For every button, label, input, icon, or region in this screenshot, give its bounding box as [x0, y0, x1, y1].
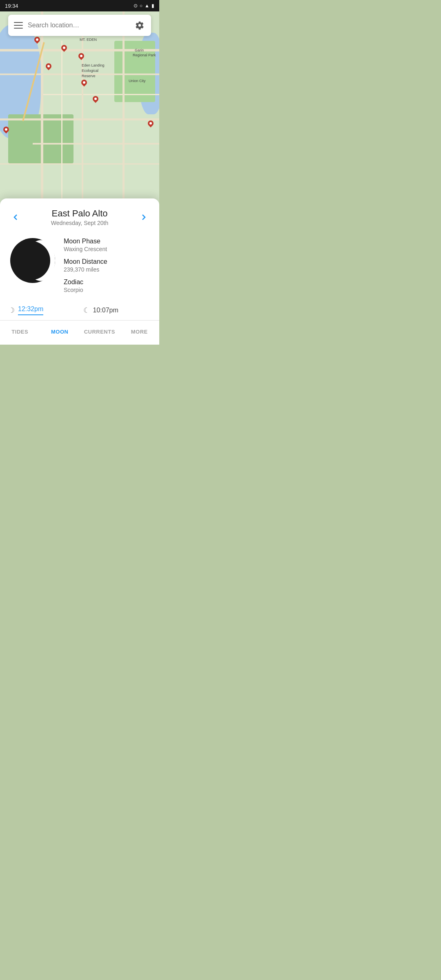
location-icon: ⊙ — [134, 3, 138, 9]
settings-icon — [135, 21, 144, 30]
search-input[interactable] — [28, 22, 134, 29]
location-name: East Palo Alto — [23, 208, 136, 219]
bottom-sheet: East Palo Alto Wednesday, Sept 20th Moon… — [0, 198, 159, 345]
road-h3 — [41, 94, 159, 95]
moonset-item[interactable]: ☾ 10:07pm — [83, 306, 151, 315]
chevron-right-icon — [139, 212, 149, 222]
tab-more[interactable]: MORE — [120, 325, 160, 338]
moon-distance-value: 239,370 miles — [64, 266, 151, 273]
moon-phase-image — [8, 236, 57, 285]
chevron-left-icon — [11, 212, 20, 222]
status-icons: ⊙ ○ ▲ ▮ — [134, 3, 154, 9]
tab-bar: TIDES MOON CURRENTS MORE — [0, 321, 159, 340]
road-h6 — [0, 163, 159, 165]
moon-phase-svg — [8, 236, 57, 285]
map-label-regional: Regional Park — [133, 53, 156, 57]
map-marker-6[interactable] — [92, 96, 99, 105]
moon-times-row: ☽ 12:32pm ☾ 10:07pm — [0, 302, 159, 321]
road-h2 — [0, 74, 159, 75]
moon-content: Moon Phase Waxing Crescent Moon Distance… — [0, 229, 159, 302]
zodiac-value: Scorpio — [64, 287, 151, 293]
moonset-icon: ☾ — [83, 306, 90, 315]
svg-point-2 — [11, 241, 50, 280]
map-marker-3[interactable] — [45, 63, 52, 72]
map-marker-right[interactable] — [147, 120, 154, 129]
moon-phase-value: Waxing Crescent — [64, 246, 151, 252]
status-bar: 19:34 ⊙ ○ ▲ ▮ — [0, 0, 159, 11]
map-label-union: Union City — [129, 79, 146, 83]
wifi-icon: ▲ — [145, 3, 149, 9]
map-label-mt-eden: MT. EDEN — [80, 38, 97, 42]
dnd-icon: ○ — [140, 3, 143, 9]
card-header: East Palo Alto Wednesday, Sept 20th — [0, 198, 159, 229]
battery-icon: ▮ — [151, 3, 154, 9]
map-marker-4[interactable] — [78, 53, 85, 62]
map-label-eden: Eden Landing — [82, 63, 105, 67]
status-time: 19:34 — [5, 3, 18, 9]
hamburger-menu-icon[interactable] — [14, 22, 23, 29]
road-h5 — [33, 143, 159, 145]
tab-tides[interactable]: TIDES — [0, 325, 40, 338]
moon-phase-label: Moon Phase — [64, 238, 151, 245]
settings-button[interactable] — [134, 20, 145, 31]
prev-day-button[interactable] — [8, 210, 23, 225]
time-separator — [80, 305, 80, 315]
map-label-garin: Garin — [135, 48, 144, 52]
moonrise-time: 12:32pm — [18, 305, 43, 315]
map-label-eco: Ecological — [82, 69, 98, 73]
map-marker-1[interactable] — [33, 37, 41, 46]
moonrise-item[interactable]: ☽ 12:32pm — [8, 305, 76, 315]
search-bar — [8, 15, 151, 36]
map-marker-2[interactable] — [60, 45, 68, 54]
map-label-reserve: Reserve — [82, 74, 96, 78]
tab-currents[interactable]: CURRENTS — [80, 325, 120, 338]
map-marker-5[interactable] — [80, 80, 88, 89]
road-v4 — [61, 41, 62, 222]
location-date: Wednesday, Sept 20th — [23, 220, 136, 226]
location-info: East Palo Alto Wednesday, Sept 20th — [23, 208, 136, 226]
map-marker-current[interactable] — [2, 127, 10, 136]
next-day-button[interactable] — [136, 210, 151, 225]
moon-distance-label: Moon Distance — [64, 258, 151, 265]
moonrise-icon: ☽ — [8, 306, 15, 315]
moon-details: Moon Phase Waxing Crescent Moon Distance… — [64, 236, 151, 299]
zodiac-label: Zodiac — [64, 278, 151, 286]
moonset-time: 10:07pm — [93, 307, 118, 314]
tab-moon[interactable]: MOON — [40, 325, 80, 338]
